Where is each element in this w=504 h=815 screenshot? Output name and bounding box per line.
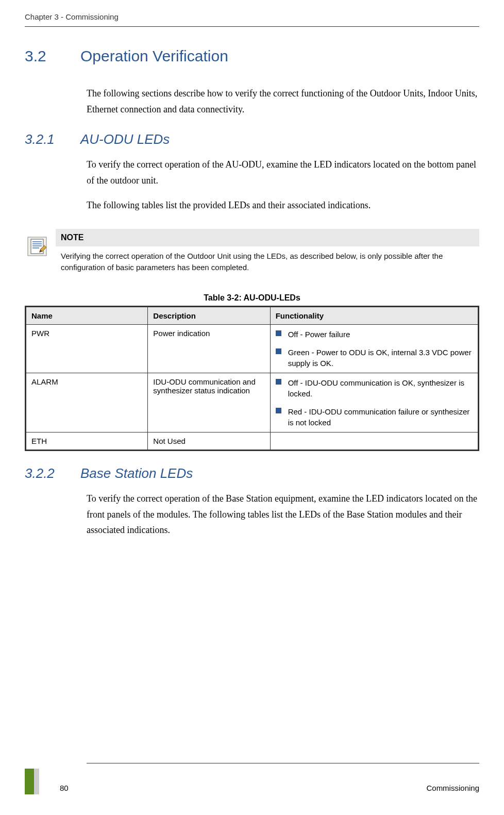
note-body: Verifying the correct operation of the O… xyxy=(56,246,479,278)
subsection-title: Base Station LEDs xyxy=(80,465,193,481)
section-3-2-2-p1: To verify the correct operation of the B… xyxy=(87,491,479,538)
list-item: Off - IDU-ODU communication is OK, synth… xyxy=(276,377,473,399)
section-3-2-heading: 3.2Operation Verification xyxy=(25,47,479,65)
cell-functionality: Off - IDU-ODU communication is OK, synth… xyxy=(270,373,478,432)
note-title: NOTE xyxy=(56,229,479,246)
page-number: 80 xyxy=(60,784,69,794)
section-3-2-1-p1: To verify the correct operation of the A… xyxy=(87,157,479,188)
footer-tab xyxy=(25,769,39,794)
th-name: Name xyxy=(26,306,148,324)
section-3-2-intro: The following sections describe how to v… xyxy=(87,86,479,117)
section-3-2-1-heading: 3.2.1AU-ODU LEDs xyxy=(25,131,479,147)
section-title: Operation Verification xyxy=(80,47,228,64)
note-content: NOTE Verifying the correct operation of … xyxy=(56,229,479,278)
table-row: ETH Not Used xyxy=(26,432,479,450)
section-3-2-1-p2: The following tables list the provided L… xyxy=(87,197,479,213)
tab-green xyxy=(25,769,34,794)
cell-name: ETH xyxy=(26,432,148,450)
note-icon xyxy=(25,234,49,278)
cell-description: Power indication xyxy=(148,324,270,373)
subsection-title: AU-ODU LEDs xyxy=(80,131,170,147)
cell-name: ALARM xyxy=(26,373,148,432)
cell-description: IDU-ODU communication and synthesizer st… xyxy=(148,373,270,432)
cell-name: PWR xyxy=(26,324,148,373)
subsection-number: 3.2.2 xyxy=(25,465,80,481)
table-row: ALARM IDU-ODU communication and synthesi… xyxy=(26,373,479,432)
th-description: Description xyxy=(148,306,270,324)
cell-functionality: Off - Power failure Green - Power to ODU… xyxy=(270,324,478,373)
section-number: 3.2 xyxy=(25,47,80,65)
tab-gray xyxy=(34,769,39,794)
list-item: Green - Power to ODU is OK, internal 3.3… xyxy=(276,347,473,369)
cell-functionality xyxy=(270,432,478,450)
chapter-header: Chapter 3 - Commissioning xyxy=(25,12,479,27)
table-header-row: Name Description Functionality xyxy=(26,306,479,324)
au-odu-leds-table: Name Description Functionality PWR Power… xyxy=(25,306,479,451)
list-item: Red - IDU-ODU communication failure or s… xyxy=(276,406,473,428)
list-item: Off - Power failure xyxy=(276,329,473,340)
th-functionality: Functionality xyxy=(270,306,478,324)
page-footer: 80 Commissioning xyxy=(25,763,479,794)
footer-rule xyxy=(87,763,479,763)
cell-description: Not Used xyxy=(148,432,270,450)
table-caption: Table 3-2: AU-ODU-LEDs xyxy=(25,293,479,303)
note-box: NOTE Verifying the correct operation of … xyxy=(25,229,479,278)
subsection-number: 3.2.1 xyxy=(25,131,80,147)
footer-title: Commissioning xyxy=(426,784,479,794)
section-3-2-2-heading: 3.2.2Base Station LEDs xyxy=(25,465,479,481)
table-row: PWR Power indication Off - Power failure… xyxy=(26,324,479,373)
